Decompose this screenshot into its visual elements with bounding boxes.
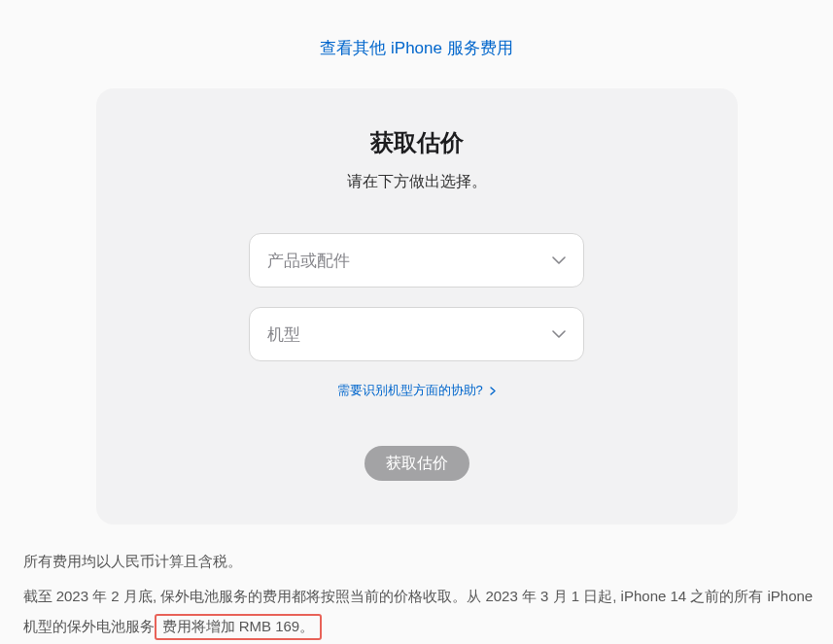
note-line-1: 所有费用均以人民币计算且含税。 [23, 546, 820, 577]
chevron-down-icon [552, 256, 566, 264]
note-highlight: 费用将增加 RMB 169。 [155, 614, 323, 640]
product-select[interactable]: 产品或配件 [249, 233, 584, 288]
view-other-services-link[interactable]: 查看其他 iPhone 服务费用 [320, 39, 512, 57]
product-select-placeholder: 产品或配件 [267, 250, 350, 272]
model-select[interactable]: 机型 [249, 307, 584, 361]
identify-model-help-link[interactable]: 需要识别机型方面的协助? [337, 383, 497, 397]
note-line-2-text: 截至 2023 年 2 月底, 保外电池服务的费用都将按照当前的价格收取。从 2… [23, 588, 814, 635]
estimate-card: 获取估价 请在下方做出选择。 产品或配件 机型 需要识别机型方面的协助? 获取估… [96, 88, 738, 525]
note-line-2: 截至 2023 年 2 月底, 保外电池服务的费用都将按照当前的价格收取。从 2… [23, 581, 820, 642]
card-subtitle: 请在下方做出选择。 [145, 172, 689, 192]
chevron-right-icon [490, 384, 496, 398]
get-estimate-button[interactable]: 获取估价 [364, 446, 469, 481]
notes-section: 所有费用均以人民币计算且含税。 截至 2023 年 2 月底, 保外电池服务的费… [14, 546, 820, 642]
chevron-down-icon [552, 330, 566, 338]
card-title: 获取估价 [145, 127, 689, 158]
model-select-placeholder: 机型 [267, 323, 300, 346]
help-link-label: 需要识别机型方面的协助? [337, 383, 483, 397]
